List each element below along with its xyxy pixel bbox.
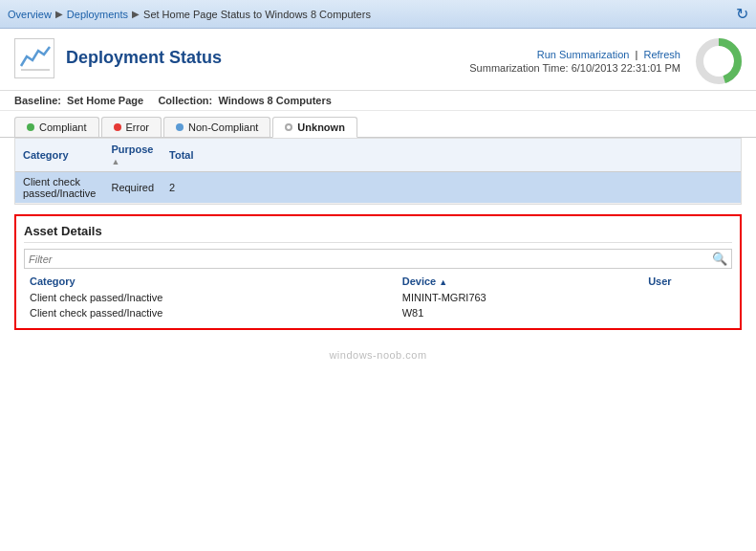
header-left: Deployment Status bbox=[14, 38, 222, 78]
row-category: Client check passed/Inactive bbox=[15, 172, 103, 204]
asset-row-0-category: Client check passed/Inactive bbox=[24, 290, 397, 305]
breadcrumb-sep-1: ▶ bbox=[55, 9, 63, 19]
asset-table-row[interactable]: Client check passed/Inactive MININT-MGRI… bbox=[24, 290, 732, 305]
info-bar: Baseline: Set Home Page Collection: Wind… bbox=[0, 91, 756, 111]
breadcrumb-overview[interactable]: Overview bbox=[8, 9, 52, 20]
col-total[interactable]: Total bbox=[162, 139, 201, 172]
baseline-value: Set Home Page bbox=[67, 95, 143, 106]
deployment-status-icon bbox=[14, 38, 54, 78]
filter-bar[interactable]: 🔍 bbox=[24, 249, 732, 269]
col-spacer bbox=[202, 139, 741, 172]
header-title-container: Deployment Status bbox=[66, 48, 222, 70]
tab-unknown[interactable]: Unknown bbox=[272, 117, 357, 138]
baseline-label: Baseline: bbox=[14, 95, 61, 106]
asset-row-1-category: Client check passed/Inactive bbox=[24, 305, 397, 320]
asset-row-0-device: MININT-MGRI763 bbox=[397, 290, 642, 305]
refresh-link[interactable]: Refresh bbox=[643, 49, 680, 60]
asset-row-0-user bbox=[642, 290, 732, 305]
purpose-sort-arrow: ▲ bbox=[111, 157, 119, 166]
col-category[interactable]: Category bbox=[15, 139, 103, 172]
asset-table: Category Device ▲ User Client check pass… bbox=[24, 273, 732, 320]
asset-details-section: Asset Details 🔍 Category Device ▲ User bbox=[14, 214, 742, 330]
table-row[interactable]: Client check passed/Inactive Required 2 bbox=[15, 172, 741, 204]
breadcrumb: Overview ▶ Deployments ▶ Set Home Page S… bbox=[8, 9, 371, 20]
asset-row-1-user bbox=[642, 305, 732, 320]
breadcrumb-bar: Overview ▶ Deployments ▶ Set Home Page S… bbox=[0, 0, 756, 29]
breadcrumb-sep-2: ▶ bbox=[132, 9, 140, 19]
tab-non-compliant-label: Non-Compliant bbox=[188, 121, 258, 133]
header-links: Run Summarization | Refresh bbox=[469, 49, 680, 60]
error-dot bbox=[114, 123, 121, 131]
asset-row-1-device: W81 bbox=[397, 305, 642, 320]
header-right-container: Run Summarization | Refresh Summarizatio… bbox=[469, 38, 742, 84]
main-table-scroll[interactable]: Category Purpose ▲ Total Cl bbox=[14, 138, 742, 205]
tabs-bar: Compliant Error Non-Compliant Unknown bbox=[0, 111, 756, 138]
asset-col-category[interactable]: Category bbox=[24, 273, 397, 290]
main-table-header-row: Category Purpose ▲ Total bbox=[15, 139, 741, 172]
main-table-section: Category Purpose ▲ Total Cl bbox=[0, 138, 756, 205]
asset-table-header-row: Category Device ▲ User bbox=[24, 273, 732, 290]
asset-col-device[interactable]: Device ▲ bbox=[397, 273, 642, 290]
run-summarization-link[interactable]: Run Summarization bbox=[537, 49, 630, 60]
tab-unknown-label: Unknown bbox=[297, 121, 345, 133]
watermark: windows-noob.com bbox=[0, 340, 756, 364]
tab-compliant-label: Compliant bbox=[39, 121, 87, 133]
header-right: Run Summarization | Refresh Summarizatio… bbox=[469, 49, 680, 74]
filter-input[interactable] bbox=[29, 253, 712, 265]
non-compliant-dot bbox=[176, 123, 184, 131]
collection-label: Collection: bbox=[158, 95, 212, 106]
main-content: Deployment Status Run Summarization | Re… bbox=[0, 29, 756, 551]
unknown-dot bbox=[285, 123, 292, 131]
asset-details-title: Asset Details bbox=[24, 224, 732, 243]
asset-table-row[interactable]: Client check passed/Inactive W81 bbox=[24, 305, 732, 320]
breadcrumb-deployments[interactable]: Deployments bbox=[67, 9, 128, 20]
col-purpose[interactable]: Purpose ▲ bbox=[103, 139, 162, 172]
page-title: Deployment Status bbox=[66, 48, 222, 68]
tab-error[interactable]: Error bbox=[101, 117, 162, 137]
summarization-time: Summarization Time: 6/10/2013 22:31:01 P… bbox=[469, 62, 680, 74]
donut-chart bbox=[696, 38, 742, 84]
row-purpose: Required bbox=[103, 172, 162, 204]
breadcrumb-current: Set Home Page Status to Windows 8 Comput… bbox=[143, 9, 371, 20]
main-table: Category Purpose ▲ Total Cl bbox=[15, 139, 741, 204]
tab-non-compliant[interactable]: Non-Compliant bbox=[163, 117, 270, 137]
breadcrumb-refresh-icon[interactable]: ↻ bbox=[736, 5, 748, 23]
device-sort-arrow: ▲ bbox=[439, 277, 447, 287]
row-total: 2 bbox=[162, 172, 201, 204]
compliant-dot bbox=[27, 123, 34, 131]
tab-compliant[interactable]: Compliant bbox=[14, 117, 99, 137]
tab-error-label: Error bbox=[126, 121, 149, 133]
asset-col-user[interactable]: User bbox=[642, 273, 732, 290]
collection-value: Windows 8 Computers bbox=[218, 95, 331, 106]
row-spacer bbox=[202, 172, 741, 204]
header-section: Deployment Status Run Summarization | Re… bbox=[0, 29, 756, 91]
search-icon: 🔍 bbox=[712, 252, 727, 266]
